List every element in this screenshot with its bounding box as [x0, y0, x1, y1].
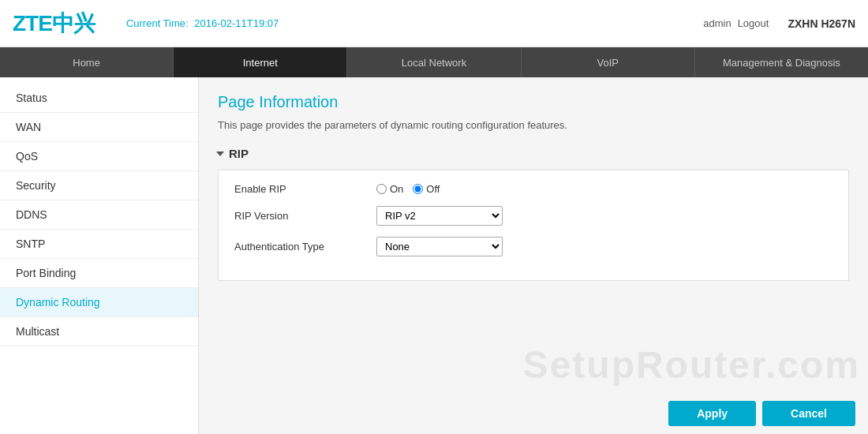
collapse-triangle-icon[interactable]	[216, 152, 224, 156]
nav-voip[interactable]: VoIP	[522, 47, 695, 77]
nav-internet[interactable]: Internet	[174, 47, 347, 77]
sidebar-item-dynamic-routing[interactable]: Dynamic Routing	[0, 288, 198, 317]
sidebar-item-sntp[interactable]: SNTP	[0, 230, 198, 259]
watermark: SetupRouter.com	[523, 343, 860, 387]
enable-rip-radio-group: On Off	[376, 183, 440, 195]
sidebar-item-qos[interactable]: QoS	[0, 142, 198, 171]
rip-version-label: RIP Version	[234, 210, 376, 222]
sidebar-item-port-binding[interactable]: Port Binding	[0, 259, 198, 288]
rip-section-title: RIP	[229, 147, 249, 160]
main-nav: Home Internet Local Network VoIP Managem…	[0, 47, 868, 77]
header: ZTE中兴 Current Time: 2016-02-11T19:07 adm…	[0, 0, 868, 47]
main-layout: Status WAN QoS Security DDNS SNTP Port B…	[0, 77, 868, 434]
nav-management[interactable]: Management & Diagnosis	[695, 47, 868, 77]
sidebar: Status WAN QoS Security DDNS SNTP Port B…	[0, 77, 199, 434]
auth-type-select[interactable]: None MD5 Plain Text	[376, 237, 503, 256]
cancel-button[interactable]: Cancel	[762, 401, 855, 426]
rip-off-label: Off	[426, 183, 440, 195]
current-time-label: Current Time:	[126, 17, 189, 29]
enable-rip-row: Enable RIP On Off	[234, 183, 832, 195]
logo-area: ZTE中兴	[13, 9, 95, 39]
auth-type-row: Authentication Type None MD5 Plain Text	[234, 237, 832, 256]
zte-logo: ZTE中兴	[13, 9, 95, 39]
rip-version-row: RIP Version RIP v2 RIP v1	[234, 206, 832, 226]
rip-on-radio[interactable]	[376, 184, 387, 194]
current-time-area: Current Time: 2016-02-11T19:07	[118, 17, 703, 29]
rip-version-select[interactable]: RIP v2 RIP v1	[376, 206, 503, 226]
sidebar-item-security[interactable]: Security	[0, 171, 198, 200]
footer-buttons: Apply Cancel	[656, 393, 868, 434]
device-name: ZXHN H267N	[788, 17, 855, 30]
rip-on-option[interactable]: On	[376, 183, 403, 195]
logout-link[interactable]: Logout	[738, 17, 769, 29]
rip-on-label: On	[390, 183, 403, 195]
sidebar-item-wan[interactable]: WAN	[0, 113, 198, 142]
rip-form-box: Enable RIP On Off RIP Version	[218, 170, 849, 281]
rip-version-control: RIP v2 RIP v1	[376, 206, 503, 226]
auth-type-control: None MD5 Plain Text	[376, 237, 503, 256]
header-right: admin Logout ZXHN H267N	[703, 17, 855, 30]
content-area: Page Information This page provides the …	[199, 77, 868, 434]
enable-rip-label: Enable RIP	[234, 183, 376, 195]
nav-local-network[interactable]: Local Network	[347, 47, 521, 77]
auth-type-label: Authentication Type	[234, 241, 376, 253]
current-time-value: 2016-02-11T19:07	[194, 17, 279, 29]
rip-off-option[interactable]: Off	[413, 183, 440, 195]
admin-link[interactable]: admin	[703, 17, 731, 29]
nav-home[interactable]: Home	[0, 47, 174, 77]
sidebar-item-multicast[interactable]: Multicast	[0, 317, 198, 346]
sidebar-item-ddns[interactable]: DDNS	[0, 200, 198, 230]
sidebar-item-status[interactable]: Status	[0, 84, 198, 113]
apply-button[interactable]: Apply	[668, 401, 756, 426]
page-title: Page Information	[218, 93, 849, 111]
rip-off-radio[interactable]	[413, 184, 423, 194]
page-description: This page provides the parameters of dyn…	[218, 119, 849, 131]
rip-section-header: RIP	[218, 147, 849, 160]
